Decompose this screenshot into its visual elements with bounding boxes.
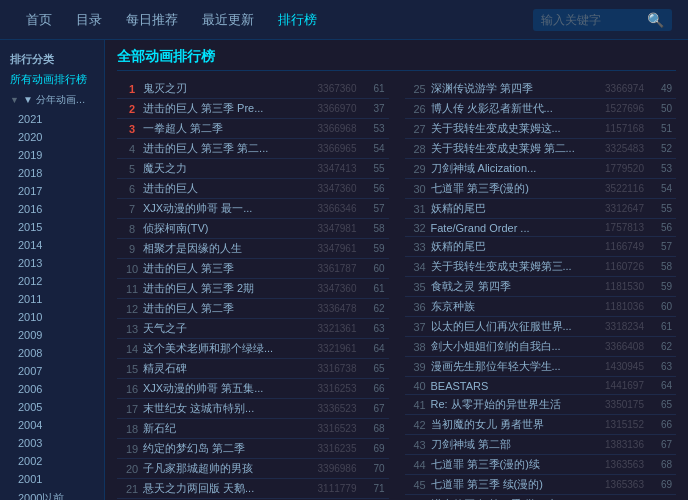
rank-title[interactable]: 七道罪 第三季(漫的) — [431, 181, 590, 196]
rank-title[interactable]: 天气之子 — [143, 321, 302, 336]
sidebar-year-2012[interactable]: 2012 — [0, 272, 104, 290]
sidebar-year-2004[interactable]: 2004 — [0, 416, 104, 434]
sidebar-year-2011[interactable]: 2011 — [0, 290, 104, 308]
sidebar-year-2021[interactable]: 2021 — [0, 110, 104, 128]
rank-title[interactable]: 妖精的尾巴 — [431, 239, 590, 254]
sidebar-year-2013[interactable]: 2013 — [0, 254, 104, 272]
rank-title[interactable]: 侦探柯南(TV) — [143, 221, 302, 236]
rank-title[interactable]: XJX动漫的帅哥 最一... — [143, 201, 302, 216]
rank-score: 64 — [644, 380, 672, 391]
rank-id: 1160726 — [589, 261, 644, 272]
rank-number: 35 — [409, 281, 431, 293]
table-row: 29 刀剑神域 Alicization... 1779520 53 — [405, 159, 677, 179]
rank-title[interactable]: 进击的巨人 — [143, 181, 302, 196]
rank-title[interactable]: 进击的巨人 第三季 — [143, 261, 302, 276]
rank-title[interactable]: 进击的巨人 第三季 2期 — [143, 281, 302, 296]
rank-title[interactable]: 博人传 火影忍者新世代... — [431, 101, 590, 116]
rank-number: 29 — [409, 163, 431, 175]
sidebar-year-2007[interactable]: 2007 — [0, 362, 104, 380]
nav-bar: 首页 目录 每日推荐 最近更新 排行榜 🔍 — [0, 0, 688, 40]
search-input[interactable] — [541, 13, 641, 27]
sidebar-year-2014[interactable]: 2014 — [0, 236, 104, 254]
sidebar-year-2016[interactable]: 2016 — [0, 200, 104, 218]
table-row: 30 七道罪 第三季(漫的) 3522116 54 — [405, 179, 677, 199]
rank-title[interactable]: 魔天之力 — [143, 161, 302, 176]
rank-title[interactable]: 进击的巨人 第二季 — [143, 301, 302, 316]
rank-title[interactable]: 漫画先生那位年轻大学生... — [431, 359, 590, 374]
table-row: 1 鬼灭之刃 3367360 61 — [117, 79, 389, 99]
sidebar-years-toggle[interactable]: ▼ ▼ 分年动画排名排行 — [0, 90, 104, 110]
table-row: 35 食戟之灵 第四季 1181530 59 — [405, 277, 677, 297]
sidebar-all[interactable]: 所有动画排行榜 — [0, 69, 104, 90]
rank-title[interactable]: 子凡家那城超帅的男孩 — [143, 461, 302, 476]
sidebar-year-2000以前[interactable]: 2000以前 — [0, 488, 104, 500]
nav-daily[interactable]: 每日推荐 — [116, 5, 188, 35]
rank-title[interactable]: BEASTARS — [431, 380, 590, 392]
sidebar-year-2010[interactable]: 2010 — [0, 308, 104, 326]
rank-id: 3321961 — [302, 343, 357, 354]
rank-score: 69 — [644, 479, 672, 490]
rank-number: 4 — [121, 143, 143, 155]
rank-title[interactable]: 关于我转生变成史莱姆第三... — [431, 259, 590, 274]
rank-title[interactable]: 进击的巨人 第三季 Pre... — [143, 101, 302, 116]
rank-number: 16 — [121, 383, 143, 395]
rank-title[interactable]: Fate/Grand Order ... — [431, 222, 590, 234]
table-row: 12 进击的巨人 第二季 3336478 62 — [117, 299, 389, 319]
rank-title[interactable]: 剑大小姐姐们剑的自我白... — [431, 339, 590, 354]
rank-title[interactable]: 关于我转生变成史莱姆 第二... — [431, 141, 590, 156]
rank-title[interactable]: 这个美术老师和那个绿绿... — [143, 341, 302, 356]
rank-title[interactable]: 新石纪 — [143, 421, 302, 436]
rank-title[interactable]: 刀剑神域 Alicization... — [431, 161, 590, 176]
nav-home[interactable]: 首页 — [16, 5, 62, 35]
sidebar-year-2003[interactable]: 2003 — [0, 434, 104, 452]
sidebar-year-2018[interactable]: 2018 — [0, 164, 104, 182]
sidebar-year-2008[interactable]: 2008 — [0, 344, 104, 362]
rank-title[interactable]: 食戟之灵 第四季 — [431, 279, 590, 294]
rank-title[interactable]: 进击的巨人 第三季 第二... — [143, 141, 302, 156]
rank-title[interactable]: 约定的梦幻岛 第二季 — [143, 441, 302, 456]
sidebar-year-2020[interactable]: 2020 — [0, 128, 104, 146]
rank-id: 3336478 — [302, 303, 357, 314]
sidebar-section-title: 排行分类 — [0, 48, 104, 69]
rank-title[interactable]: XJX动漫的帅哥 第五集... — [143, 381, 302, 396]
rank-title[interactable]: 东京种族 — [431, 299, 590, 314]
sidebar-year-2005[interactable]: 2005 — [0, 398, 104, 416]
rank-number: 40 — [409, 380, 431, 392]
rank-title[interactable]: 当初魔的女儿 勇者世界 — [431, 417, 590, 432]
sidebar-year-2019[interactable]: 2019 — [0, 146, 104, 164]
rank-title[interactable]: 鬼灭之刃 — [143, 81, 302, 96]
rank-title[interactable]: 刀剑神域 第二部 — [431, 437, 590, 452]
nav-ranking[interactable]: 排行榜 — [268, 5, 327, 35]
rank-title[interactable]: 一拳超人 第二季 — [143, 121, 302, 136]
rank-title[interactable]: Re: 从零开始的异世界生活 — [431, 397, 590, 412]
rank-id: 1166749 — [589, 241, 644, 252]
sidebar-year-2001[interactable]: 2001 — [0, 470, 104, 488]
sidebar-year-2009[interactable]: 2009 — [0, 326, 104, 344]
sidebar-year-2002[interactable]: 2002 — [0, 452, 104, 470]
rank-score: 63 — [644, 361, 672, 372]
rank-title[interactable]: 末世纪女 这城市特别... — [143, 401, 302, 416]
rank-score: 61 — [644, 321, 672, 332]
rank-score: 55 — [644, 203, 672, 214]
rank-number: 1 — [121, 83, 143, 95]
rank-title[interactable]: 七道罪 第三季 续(漫的) — [431, 477, 590, 492]
rank-title[interactable]: 精灵石碑 — [143, 361, 302, 376]
rank-id: 3367360 — [302, 83, 357, 94]
rank-number: 36 — [409, 301, 431, 313]
nav-recent[interactable]: 最近更新 — [192, 5, 264, 35]
rank-title[interactable]: 相聚才是因缘的人生 — [143, 241, 302, 256]
rank-score: 68 — [357, 423, 385, 434]
rank-title[interactable]: 妖精的尾巴 — [431, 201, 590, 216]
rank-title[interactable]: 关于我转生变成史莱姆这... — [431, 121, 590, 136]
rank-title[interactable]: 悬天之力两回版 天鹅... — [143, 481, 302, 496]
rank-id: 3316738 — [302, 363, 357, 374]
sidebar-year-2017[interactable]: 2017 — [0, 182, 104, 200]
search-icon[interactable]: 🔍 — [647, 12, 664, 28]
nav-catalog[interactable]: 目录 — [66, 5, 112, 35]
sidebar-year-2015[interactable]: 2015 — [0, 218, 104, 236]
rank-id: 1441697 — [589, 380, 644, 391]
rank-title[interactable]: 以太的巨人们再次征服世界... — [431, 319, 590, 334]
rank-title[interactable]: 七道罪 第三季(漫的)续 — [431, 457, 590, 472]
sidebar-year-2006[interactable]: 2006 — [0, 380, 104, 398]
rank-title[interactable]: 深渊传说游学 第四季 — [431, 81, 590, 96]
